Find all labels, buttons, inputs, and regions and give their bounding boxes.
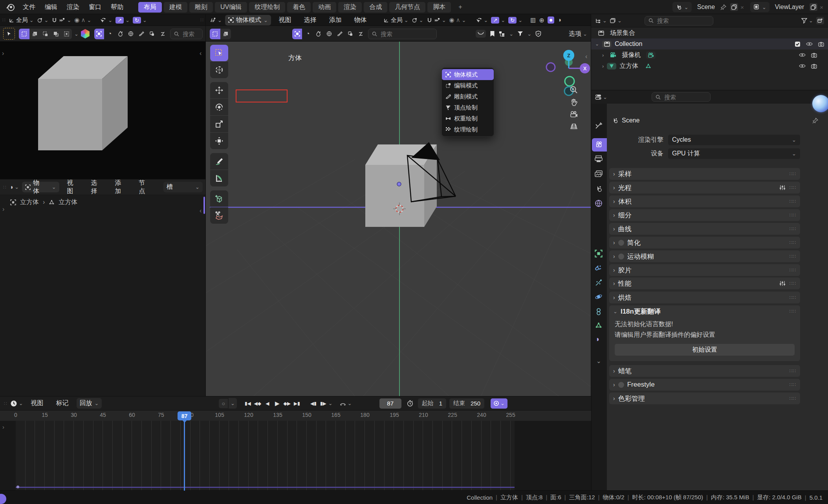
frame-forward-button[interactable]: ▮▶ bbox=[319, 399, 328, 408]
section-sampling[interactable]: ›采样∷∷ bbox=[609, 168, 800, 180]
tab-object[interactable] bbox=[595, 250, 603, 257]
outliner-row-scene-collection[interactable]: 场景集合 bbox=[591, 27, 828, 38]
eye-icon[interactable] bbox=[799, 64, 806, 68]
render-camera-icon[interactable] bbox=[811, 64, 817, 69]
object-origin-dot[interactable] bbox=[397, 182, 401, 186]
ortho-grid-icon[interactable] bbox=[569, 122, 579, 130]
breadcrumb-object[interactable]: 立方体 bbox=[20, 198, 39, 206]
filter-layers-icon[interactable] bbox=[345, 29, 355, 39]
falloff-icon[interactable]: ∧ bbox=[456, 16, 460, 24]
tab-modifiers[interactable] bbox=[595, 264, 603, 272]
overlay-sphere-icon[interactable]: ↻ bbox=[133, 17, 141, 24]
select-mode-set[interactable] bbox=[210, 29, 220, 39]
show-gizmo-dropdown[interactable]: ⌄ bbox=[476, 17, 488, 23]
properties-search[interactable] bbox=[652, 92, 711, 102]
options-dropdown[interactable]: 选项 ⌄ bbox=[569, 30, 587, 38]
tool-cursor[interactable] bbox=[210, 62, 228, 78]
section-performance[interactable]: ›性能 ∷∷ bbox=[609, 278, 800, 289]
slot-dropdown[interactable]: 槽 ⌄ bbox=[163, 182, 203, 192]
search-input[interactable] bbox=[663, 93, 707, 101]
breadcrumb-mesh[interactable]: 立方体 bbox=[59, 198, 77, 206]
select-menu[interactable]: 选择 bbox=[299, 15, 321, 25]
sidebar-toggle-icon[interactable]: ‹ bbox=[585, 53, 587, 60]
tool-add-primitive[interactable] bbox=[210, 190, 228, 207]
chevron-down-icon[interactable]: ⌄ bbox=[74, 31, 79, 37]
shader-menu-view[interactable]: 视图 bbox=[62, 182, 83, 192]
mode-menu-edit[interactable]: 编辑模式 bbox=[442, 80, 494, 91]
bookmark-icon[interactable] bbox=[490, 31, 495, 37]
tab-strip-more-icon[interactable]: ⌄ bbox=[596, 358, 601, 364]
breadcrumb-scene[interactable]: Scene bbox=[622, 117, 639, 124]
chevron-down-icon[interactable]: ⌄ bbox=[509, 31, 513, 37]
chevron-down-icon[interactable]: ⌄ bbox=[229, 398, 237, 409]
workspace-tab-rendering[interactable]: 渲染 bbox=[338, 2, 362, 13]
search-input[interactable] bbox=[380, 30, 433, 38]
editor-type-dropdown[interactable]: ⌄ bbox=[210, 17, 222, 23]
timeline-menu-view[interactable]: 视图 bbox=[26, 398, 48, 409]
gizmo-y-axis[interactable] bbox=[565, 77, 574, 86]
editor-type-dropdown[interactable]: ◑ ⌄ bbox=[9, 184, 19, 191]
filter-object-icon[interactable] bbox=[94, 29, 104, 39]
mesh-data-icon[interactable] bbox=[645, 63, 651, 69]
motion-blur-toggle[interactable] bbox=[618, 254, 624, 259]
blender-logo-icon[interactable] bbox=[5, 2, 16, 12]
gizmo-arrow-icon[interactable]: ↗ bbox=[491, 17, 499, 24]
tool-annotate[interactable] bbox=[210, 153, 228, 170]
render-camera-icon[interactable] bbox=[818, 42, 824, 47]
prev-keyframe-button[interactable]: ◀◆ bbox=[253, 399, 262, 408]
section-grease-pencil[interactable]: ›蜡笔∷∷ bbox=[609, 365, 800, 377]
current-frame-field[interactable]: 87 bbox=[379, 398, 401, 409]
tool-scale[interactable] bbox=[210, 116, 228, 132]
eye-icon[interactable] bbox=[806, 42, 813, 46]
overlays-toggle[interactable]: ↻ ⌄ bbox=[133, 17, 147, 24]
tab-world[interactable] bbox=[595, 199, 603, 207]
filter-pie-icon[interactable]: ◔ bbox=[303, 29, 313, 39]
jump-to-start-button[interactable]: ▮◀ bbox=[243, 399, 253, 408]
gizmos-toggle[interactable]: ↗ ⌄ bbox=[115, 17, 130, 24]
section-volumes[interactable]: ›体积∷∷ bbox=[609, 195, 800, 207]
section-simplify[interactable]: ›简化∷∷ bbox=[609, 237, 800, 248]
viewlayer-name[interactable]: ViewLayer bbox=[775, 4, 804, 11]
zoom-icon[interactable] bbox=[570, 86, 578, 94]
pan-hand-icon[interactable] bbox=[570, 98, 578, 107]
tab-output[interactable] bbox=[595, 155, 603, 163]
section-curves[interactable]: ›曲线∷∷ bbox=[609, 223, 800, 235]
chevron-down-icon[interactable]: ⌄ bbox=[328, 401, 333, 406]
select-mode-invert[interactable] bbox=[51, 29, 61, 39]
workspace-tab-uv[interactable]: UV编辑 bbox=[215, 2, 247, 13]
outliner-search[interactable] bbox=[645, 16, 713, 26]
record-icon[interactable]: ○ bbox=[219, 399, 227, 408]
proportional-icon[interactable]: ◉ bbox=[74, 16, 79, 24]
copy-viewlayer-icon[interactable] bbox=[810, 3, 817, 11]
filter-droplet-icon[interactable] bbox=[313, 29, 323, 39]
section-freestyle[interactable]: ›Freestyle∷∷ bbox=[609, 379, 800, 391]
workspace-tab-shading[interactable]: 着色 bbox=[287, 2, 311, 13]
view-menu[interactable]: 视图 bbox=[274, 15, 296, 25]
workspace-tab-animation[interactable]: 动画 bbox=[313, 2, 336, 13]
menu-render[interactable]: 渲染 bbox=[62, 2, 84, 12]
outliner-filter[interactable]: ⌄ bbox=[801, 18, 813, 24]
workspace-tab-modeling[interactable]: 建模 bbox=[164, 2, 187, 13]
tool-rotate[interactable] bbox=[210, 99, 228, 115]
tool-knife-scissors[interactable] bbox=[210, 207, 228, 224]
section-film[interactable]: ›胶片∷∷ bbox=[609, 264, 800, 276]
camera-data-icon[interactable] bbox=[646, 51, 656, 59]
menu-edit[interactable]: 编辑 bbox=[40, 2, 62, 12]
workspace-tab-sculpting[interactable]: 雕刻 bbox=[189, 2, 213, 13]
tab-constraints[interactable] bbox=[595, 308, 603, 316]
mode-menu-weight-paint[interactable]: 权重绘制 bbox=[442, 113, 494, 124]
filter-globe-icon[interactable] bbox=[126, 29, 136, 39]
filter-layers-icon[interactable] bbox=[147, 29, 157, 39]
section-motion-blur[interactable]: ›运动模糊∷∷ bbox=[609, 250, 800, 262]
next-keyframe-button[interactable]: ◆▶ bbox=[282, 399, 292, 408]
show-gizmo-dropdown[interactable]: ⌄ bbox=[100, 17, 112, 23]
menu-help[interactable]: 帮助 bbox=[106, 2, 128, 12]
snap-dropdown[interactable]: ⌄ bbox=[51, 17, 71, 23]
section-bake[interactable]: ›烘焙∷∷ bbox=[609, 292, 800, 303]
select-mode-intersect[interactable] bbox=[61, 29, 72, 39]
outliner-row-collection[interactable]: ⌄ Collection bbox=[591, 38, 828, 49]
tool-move[interactable] bbox=[210, 82, 228, 99]
expander-icon[interactable]: ⌄ bbox=[595, 42, 599, 46]
mode-menu-vertex-paint[interactable]: 顶点绘制 bbox=[442, 102, 494, 113]
section-color-management[interactable]: ›色彩管理∷∷ bbox=[609, 393, 800, 404]
